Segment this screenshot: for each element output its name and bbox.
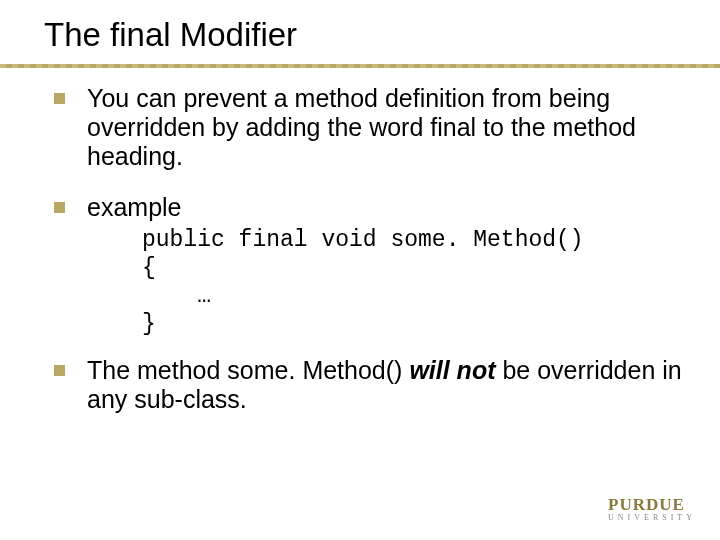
slide-title: The final Modifier [44, 16, 720, 54]
bullet-text: The method some. Method() will not be ov… [87, 356, 706, 414]
code-block: public final void some. Method() { … } [142, 226, 706, 338]
square-bullet-icon [54, 365, 65, 376]
list-item: The method some. Method() will not be ov… [54, 356, 706, 414]
square-bullet-icon [54, 202, 65, 213]
code-line: { [142, 255, 156, 281]
list-item: You can prevent a method definition from… [54, 84, 706, 171]
purdue-logo: PURDUE UNIVERSITY [608, 495, 696, 522]
code-line: public final void some. Method() [142, 227, 584, 253]
logo-sub: UNIVERSITY [608, 513, 696, 522]
bullet-text: example [87, 193, 182, 222]
code-line: … [142, 283, 211, 309]
logo-name: PURDUE [608, 495, 696, 515]
emphasis-text: will not [409, 356, 495, 384]
list-item: example [54, 193, 706, 222]
code-line: } [142, 311, 156, 337]
bullet-list: You can prevent a method definition from… [54, 84, 706, 414]
title-rule [0, 58, 720, 70]
square-bullet-icon [54, 93, 65, 104]
bullet-text: You can prevent a method definition from… [87, 84, 706, 171]
